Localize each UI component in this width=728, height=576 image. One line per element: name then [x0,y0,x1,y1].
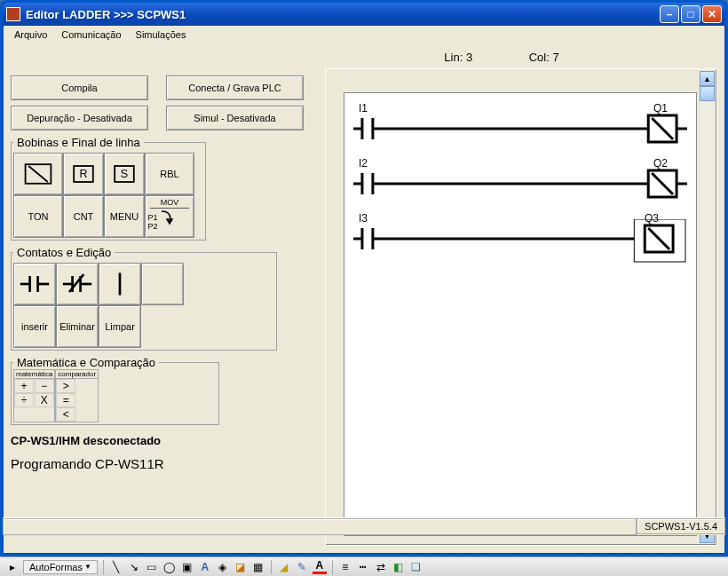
minimize-button[interactable]: – [660,5,679,23]
op-divide: ÷ [14,393,34,407]
col-label: Col: [529,51,550,64]
mov-label: MOV [150,198,188,209]
palette-math-compare: Matemática e Comparação matemática + − ÷… [11,356,219,425]
menu-simulacoes[interactable]: Simulações [131,28,192,42]
shadow-style-icon[interactable]: ◧ [392,560,406,574]
menu-button[interactable]: MENU [104,195,145,238]
op-eq: = [56,393,75,407]
coil-reset-button[interactable]: R [63,153,104,195]
palette-math-legend: Matemática e Comparação [13,356,159,369]
math-ops-label: matemática [14,370,54,379]
clipart-tool-icon[interactable]: ◪ [233,560,248,574]
maximize-button[interactable]: □ [681,5,700,23]
window-title: Editor LADDER >>> SCPWS1 [26,8,660,21]
3d-style-icon[interactable]: ❏ [409,560,423,574]
insert-button[interactable]: inserir [13,305,56,348]
oval-tool-icon[interactable]: ◯ [162,560,177,574]
op-gt: > [56,379,75,393]
mov-p2: P2 [147,222,157,231]
line-color-icon[interactable]: ✎ [295,560,309,574]
vertical-link-icon[interactable] [99,263,141,305]
fill-color-icon[interactable]: ◢ [277,560,291,574]
palette-contacts-legend: Contatos e Edição [13,246,115,259]
compile-button[interactable]: Compila [11,75,148,100]
svg-line-36 [648,228,669,249]
app-window: Editor LADDER >>> SCPWS1 – □ ✕ Arquivo C… [0,0,728,556]
programming-target-text: Programando CP-WS11R [11,456,321,471]
contact-nc-icon[interactable] [56,263,99,305]
connect-plc-button[interactable]: Conecta / Grava PLC [166,75,304,100]
svg-text:S: S [121,169,128,181]
rectangle-tool-icon[interactable]: ▭ [145,560,159,574]
op-minus: − [35,379,54,393]
mov-p1: P1 [147,213,157,222]
coil-output-icon[interactable] [13,153,63,195]
palette-coils-legend: Bobinas e Final de linha [13,136,144,149]
dash-style-icon[interactable]: ┅ [356,560,370,574]
simulate-toggle-button[interactable]: Simul - Desativada [166,106,304,130]
line-style-icon[interactable]: ≡ [338,560,352,574]
scroll-thumb[interactable] [700,86,715,101]
eliminate-button[interactable]: Eliminar [56,305,99,348]
scroll-track[interactable] [700,101,715,528]
statusbar: SCPWS1-V1.5.4 [3,517,725,535]
menubar: Arquivo Comunicação Simulações [4,26,724,43]
draw-menu-icon[interactable]: ▸ [5,560,20,574]
svg-line-21 [652,118,673,139]
blank-cell-button[interactable] [141,263,184,305]
app-icon [6,7,20,21]
autoshapes-dropdown[interactable]: AutoFormas ▼ [23,560,98,574]
wordart-tool-icon[interactable]: A [198,560,212,574]
menu-arquivo[interactable]: Arquivo [9,28,52,42]
ton-button[interactable]: TON [13,195,63,238]
lin-label: Lin: [444,51,463,64]
op-plus: + [14,379,34,393]
window-controls: – □ ✕ [660,5,722,23]
palette-contacts-edit: Contatos e Edição inserir Eliminar Limpa… [11,246,277,351]
client-area: Arquivo Comunicação Simulações Lin: 3 Co… [3,26,725,554]
arrow-style-icon[interactable]: ⇄ [374,560,388,574]
col-value: 7 [552,51,558,64]
compare-ops-label: comparador [56,370,98,379]
close-button[interactable]: ✕ [702,5,722,23]
coil-set-button[interactable]: S [104,153,145,195]
vertical-scrollbar[interactable]: ▲ ▼ [700,71,715,543]
titlebar: Editor LADDER >>> SCPWS1 – □ ✕ [3,3,725,26]
textbox-tool-icon[interactable]: ▣ [180,560,194,574]
svg-line-28 [652,173,673,194]
debug-toggle-button[interactable]: Depuração - Desativada [11,106,148,130]
math-ops-group[interactable]: matemática + − ÷ X [13,369,55,422]
autoshapes-label: AutoFormas [29,562,83,572]
svg-line-1 [28,166,48,182]
rung-2[interactable]: I2 Q2 [353,157,687,201]
mov-arrow-icon [160,209,192,235]
mov-button[interactable]: MOV P1 P2 [145,195,194,238]
ladder-canvas-frame: I1 Q1 I2 Q2 [325,68,717,546]
font-color-icon[interactable]: A [313,560,327,574]
rung-1[interactable]: I1 Q1 [353,102,687,146]
menu-comunicacao[interactable]: Comunicação [56,28,126,42]
line-tool-icon[interactable]: ╲ [109,560,123,574]
connection-status-text: CP-WS1/IHM desconectado [11,434,321,447]
lin-value: 3 [466,51,472,64]
op-lt: < [56,407,75,422]
cnt-button[interactable]: CNT [63,195,104,238]
compare-ops-group[interactable]: comparador > = < [55,369,99,422]
version-label: SCPWS1-V1.5.4 [637,518,725,534]
office-drawing-toolbar: ▸ AutoFormas ▼ ╲ ↘ ▭ ◯ ▣ A ◈ ◪ ▦ ◢ ✎ A ≡… [0,556,728,576]
rung-3[interactable]: I3 Q3 [353,212,687,256]
ladder-canvas[interactable]: I1 Q1 I2 Q2 [344,92,697,536]
clear-button[interactable]: Limpar [99,305,141,348]
op-multiply: X [35,393,54,407]
contact-no-icon[interactable] [13,263,56,305]
svg-text:R: R [79,169,87,181]
palette-coils-eol: Bobinas e Final de linha R S RBL TON CNT… [11,136,206,241]
picture-tool-icon[interactable]: ▦ [251,560,265,574]
cursor-status: Lin: 3 Col: 7 [314,45,689,67]
left-panel: Compila Conecta / Grava PLC Depuração - … [11,75,321,471]
scroll-up-button[interactable]: ▲ [700,71,715,86]
rbl-button[interactable]: RBL [145,153,194,195]
arrow-tool-icon[interactable]: ↘ [127,560,141,574]
diagram-tool-icon[interactable]: ◈ [216,560,230,574]
